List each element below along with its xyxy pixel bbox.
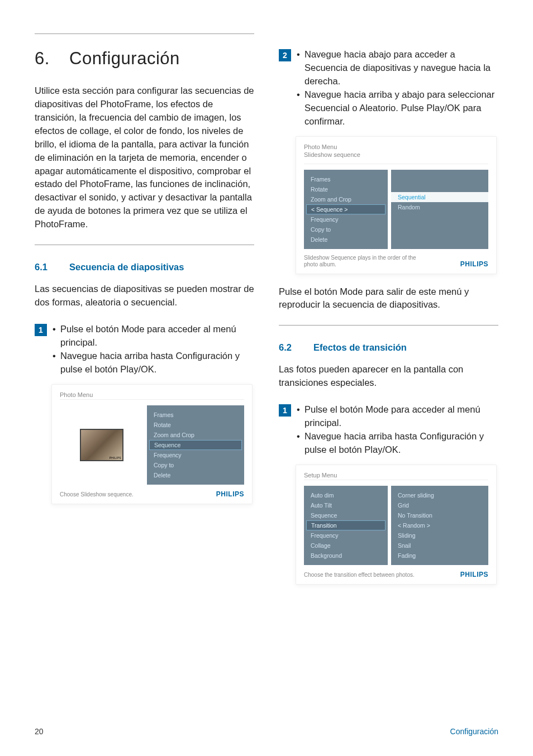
bullet-dot: • — [53, 350, 60, 376]
screenshot-panel: FramesRotateZoom and Crop< Sequence >Fre… — [304, 164, 488, 249]
breadcrumb: Setup Menu — [304, 472, 488, 479]
thumbnail-pane — [60, 405, 144, 485]
section-number: 6.1 — [35, 262, 69, 272]
menu-item: Frames — [304, 174, 388, 184]
screenshot-caption: Choose the transition effect between pho… — [304, 572, 415, 578]
chapter-name: Configuración — [69, 49, 180, 68]
device-screenshot-transition: Setup Menu Auto dimAuto TiltSequenceTran… — [296, 465, 497, 585]
breadcrumb: Photo Menu — [304, 143, 488, 150]
step-body: •Navegue hacia abajo para acceder a Secu… — [297, 48, 498, 128]
menu-item: Collage — [304, 540, 388, 551]
menu-item: Frequency — [304, 214, 388, 224]
screenshot-panel: FramesRotateZoom and CropSequenceFrequen… — [60, 399, 244, 485]
brand-label: PHILIPS — [460, 260, 488, 268]
bullet: •Navegue hacia abajo para acceder a Secu… — [297, 48, 498, 88]
bullet: •Navegue hacia arriba y abajo para selec… — [297, 88, 498, 128]
menu-item: Zoom and Crop — [147, 430, 244, 440]
section-6-2-lead: Las fotos pueden aparecer en la pantalla… — [279, 363, 498, 390]
menu-item: Rotate — [304, 184, 388, 194]
menu-item: Zoom and Crop — [304, 194, 388, 204]
bullet: •Pulse el botón Mode para acceder al men… — [53, 323, 254, 350]
screenshot-panel: Auto dimAuto TiltSequenceTransitionFrequ… — [304, 480, 488, 565]
section-6-1-lead: Las secuencias de diapositivas se pueden… — [35, 283, 254, 309]
section-6-2-heading: 6.2Efectos de transición — [279, 342, 498, 353]
rule — [279, 325, 498, 326]
bullet-text: Navegue hacia arriba y abajo para selecc… — [304, 88, 498, 128]
photo-thumbnail — [80, 429, 123, 461]
menu-item: Copy to — [304, 224, 388, 235]
brand-label: PHILIPS — [216, 490, 244, 498]
step-body: •Pulse el botón Mode para acceder al men… — [297, 403, 498, 457]
brand-label: PHILIPS — [460, 571, 488, 578]
menu-item: Auto Tilt — [304, 500, 388, 510]
menu-item: Sequence — [304, 510, 388, 520]
menu-item: Snail — [391, 540, 488, 551]
menu-left: FramesRotateZoom and Crop< Sequence >Fre… — [304, 170, 388, 249]
intro-paragraph: Utilice esta sección para configurar las… — [35, 84, 254, 231]
menu-item: Sequential — [391, 192, 488, 202]
page-number: 20 — [35, 727, 44, 736]
step-1: 1 •Pulse el botón Mode para acceder al m… — [279, 403, 498, 457]
breadcrumb-sub: Slideshow sequence — [304, 151, 488, 158]
screenshot-caption-row: Choose Slideshow sequence. PHILIPS — [60, 490, 244, 498]
screenshot-caption-row: Choose the transition effect between pho… — [304, 571, 488, 578]
rule — [35, 34, 254, 34]
bullet-text: Pulse el botón Mode para acceder al menú… — [60, 323, 254, 350]
menu-list: FramesRotateZoom and CropSequenceFrequen… — [147, 405, 244, 485]
bullet-text: Pulse el botón Mode para acceder al menú… — [304, 403, 498, 430]
bullet-text: Navegue hacia abajo para acceder a Secue… — [304, 48, 498, 88]
chapter-number: 6. — [35, 49, 69, 69]
menu-item: No Transition — [391, 510, 488, 520]
step-body: •Pulse el botón Mode para acceder al men… — [53, 323, 254, 376]
step-badge: 1 — [279, 404, 291, 417]
bullet-dot: • — [297, 48, 304, 88]
right-column: 2 •Navegue hacia abajo para acceder a Se… — [279, 34, 498, 590]
section-number: 6.2 — [279, 342, 313, 353]
menu-item: Background — [304, 551, 388, 561]
screenshot-caption-row: Slideshow Sequence plays in the order of… — [304, 255, 488, 268]
menu-item: Frequency — [304, 530, 388, 540]
menu-item: Rotate — [147, 420, 244, 430]
section-6-1-heading: 6.1Secuencia de diapositivas — [35, 262, 254, 272]
bullet-text: Navegue hacia arriba hasta Configuración… — [304, 430, 498, 457]
bullet-text: Navegue hacia arriba hasta Configuración… — [60, 350, 254, 376]
menu-item: Frames — [147, 410, 244, 420]
menu-item: Transition — [306, 520, 386, 530]
step-badge: 1 — [35, 324, 47, 336]
device-screenshot-sequence-options: Photo Menu Slideshow sequence FramesRota… — [296, 136, 497, 274]
device-screenshot-sequence: Photo Menu FramesRotateZoom and CropSequ… — [51, 384, 253, 504]
bullet-dot: • — [297, 88, 304, 128]
breadcrumb: Photo Menu — [60, 391, 244, 398]
bullet-dot: • — [297, 403, 304, 430]
menu-item: Grid — [391, 500, 488, 510]
menu-item: < Random > — [391, 520, 488, 530]
screenshot-caption: Choose Slideshow sequence. — [60, 491, 134, 498]
screenshot-caption: Slideshow Sequence plays in the order of… — [304, 255, 427, 268]
page-footer: 20 Configuración — [35, 727, 498, 736]
bullet: •Navegue hacia arriba hasta Configuració… — [297, 430, 498, 457]
menu-item: Random — [391, 202, 488, 212]
footer-section: Configuración — [450, 727, 498, 736]
menu-right: Corner slidingGridNo Transition< Random … — [391, 486, 488, 565]
bullet-dot: • — [297, 430, 304, 457]
step-1: 1 •Pulse el botón Mode para acceder al m… — [35, 323, 254, 376]
section-title: Secuencia de diapositivas — [69, 262, 184, 272]
bullet: •Pulse el botón Mode para acceder al men… — [297, 403, 498, 430]
menu-item: Fading — [391, 551, 488, 561]
step-2: 2 •Navegue hacia abajo para acceder a Se… — [279, 48, 498, 128]
menu-item: Delete — [147, 470, 244, 480]
step-badge: 2 — [279, 49, 291, 61]
menu-right: SequentialRandom — [391, 170, 488, 249]
menu-item: Corner sliding — [391, 490, 488, 500]
menu-left: Auto dimAuto TiltSequenceTransitionFrequ… — [304, 486, 388, 565]
menu-item: Copy to — [147, 460, 244, 470]
menu-item: Sequence — [149, 440, 242, 450]
menu-item: Delete — [304, 235, 388, 245]
bullet: •Navegue hacia arriba hasta Configuració… — [53, 350, 254, 376]
section-title: Efectos de transición — [313, 342, 407, 352]
bullet-dot: • — [53, 323, 60, 350]
menu-item: < Sequence > — [306, 204, 386, 214]
menu-item: Frequency — [147, 450, 244, 460]
left-column: 6.Configuración Utilice esta sección par… — [35, 34, 254, 590]
after-step-text: Pulse el botón Mode para salir de este m… — [279, 285, 498, 312]
